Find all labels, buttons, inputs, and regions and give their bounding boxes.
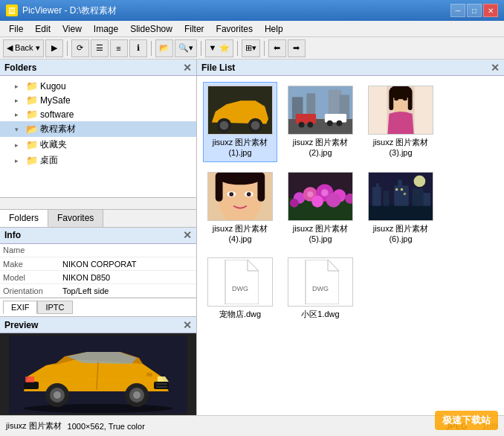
menu-bar: File Edit View Image SlideShow Filter Fa…	[0, 21, 504, 37]
menu-image[interactable]: Image	[88, 22, 124, 36]
file-item-2[interactable]: jisuxz 图片素材(2).jpg	[283, 82, 358, 162]
info-value-orientation: Top/Left side	[59, 284, 196, 298]
tab-favorites[interactable]: Favorites	[48, 210, 103, 227]
tree-item-mysafe[interactable]: ▸ 📁 MySafe	[0, 93, 196, 107]
svg-point-33	[337, 121, 343, 126]
file-list-close-button[interactable]: ✕	[491, 62, 500, 74]
file-item-6[interactable]: jisuxz 图片素材(6).jpg	[364, 168, 438, 249]
preview-image-area	[0, 333, 196, 415]
nav-next-button[interactable]: ➡	[288, 39, 306, 57]
svg-rect-74	[395, 188, 398, 190]
folder-icon: 📁	[26, 139, 38, 150]
file-item-8[interactable]: DWG 小区1.dwg	[283, 254, 358, 323]
refresh-button[interactable]: ⟳	[71, 39, 89, 57]
info-button[interactable]: ℹ	[129, 39, 147, 57]
watermark-badge: 极速下载站	[435, 411, 498, 430]
svg-rect-38	[389, 92, 393, 110]
preview-title: Preview	[4, 320, 38, 330]
menu-edit[interactable]: Edit	[29, 22, 56, 36]
menu-view[interactable]: View	[56, 22, 88, 36]
menu-filter[interactable]: Filter	[178, 22, 210, 36]
folders-close-button[interactable]: ✕	[183, 62, 192, 74]
info-header: Info ✕	[0, 228, 196, 244]
tree-item-kugou[interactable]: ▸ 📁 Kugou	[0, 79, 196, 93]
svg-rect-5	[24, 382, 39, 389]
forward-button[interactable]: ▶	[45, 39, 63, 57]
info-tab-exif[interactable]: EXIF	[3, 301, 37, 314]
info-label-model: Model	[0, 271, 59, 284]
info-tabs-row: EXIF IPTC	[0, 298, 196, 316]
panel-tabs: Folders Favorites	[0, 209, 196, 227]
file-name-1: jisuxz 图片素材(1).jpg	[213, 137, 268, 158]
toolbar-separator-1	[67, 41, 68, 56]
preview-close-button[interactable]: ✕	[183, 319, 192, 331]
info-close-button[interactable]: ✕	[183, 229, 192, 241]
main-layout: Folders ✕ ▸ 📁 Kugou ▸ 📁 MySafe ▸ 📁 softw…	[0, 60, 504, 415]
minimize-button[interactable]: ─	[450, 4, 465, 17]
svg-rect-12	[25, 376, 34, 382]
svg-rect-2	[154, 382, 169, 389]
svg-rect-68	[376, 183, 379, 189]
tab-folders[interactable]: Folders	[0, 210, 48, 227]
svg-rect-28	[296, 114, 316, 124]
tree-item-jiaocheng[interactable]: ▾ 📂 教程素材	[0, 121, 196, 137]
svg-rect-3	[156, 383, 167, 385]
menu-slideshow[interactable]: SlideShow	[124, 22, 178, 36]
back-button[interactable]: ◀ Back ▾	[3, 39, 44, 57]
info-table: Name Make NIKON CORPORAT Model NIKON D85…	[0, 244, 196, 298]
tree-item-favorites[interactable]: ▸ 📁 收藏夹	[0, 137, 196, 153]
folder-icon: 📁	[26, 94, 38, 106]
folders-title: Folders	[4, 62, 36, 73]
file-icon-8: DWG	[288, 257, 353, 307]
app-icon: 🖼	[6, 4, 18, 16]
folder-tree[interactable]: ▸ 📁 Kugou ▸ 📁 MySafe ▸ 📁 software ▾ 📂 教程…	[0, 76, 196, 197]
file-grid: jisuxz 图片素材(1).jpg	[197, 76, 504, 415]
file-name-5: jisuxz 图片素材(5).jpg	[293, 223, 349, 245]
folder-icon: 📁	[26, 80, 38, 92]
svg-rect-46	[257, 172, 265, 201]
title-bar: 🖼 PicViewer - D:\教程素材 ─ □ ✕	[0, 0, 504, 21]
window-title: PicViewer - D:\教程素材	[22, 4, 117, 17]
svg-point-65	[414, 175, 426, 187]
view-details-button[interactable]: ≡	[110, 39, 128, 57]
file-thumb-2	[288, 86, 353, 135]
svg-point-31	[307, 122, 313, 128]
svg-rect-66	[369, 205, 433, 220]
filter-button[interactable]: ▼ ⭐	[205, 39, 233, 57]
svg-point-50	[247, 192, 251, 196]
zoom-button[interactable]: 🔍▾	[175, 39, 197, 57]
info-row-name: Name	[0, 244, 196, 257]
open-button[interactable]: 📂	[155, 39, 173, 57]
svg-point-58	[290, 199, 299, 208]
menu-favorites[interactable]: Favorites	[210, 22, 259, 36]
svg-point-40	[394, 97, 398, 100]
menu-file[interactable]: File	[3, 22, 29, 36]
info-tab-iptc[interactable]: IPTC	[37, 301, 72, 314]
menu-help[interactable]: Help	[259, 22, 289, 36]
svg-point-1	[24, 404, 172, 413]
file-item-3[interactable]: jisuxz 图片素材(3).jpg	[364, 82, 438, 162]
toolbar: ◀ Back ▾ ▶ ⟳ ☰ ≡ ℹ 📂 🔍▾ ▼ ⭐ ⊞▾ ⬅ ➡	[0, 37, 504, 60]
file-thumb-3	[368, 86, 433, 135]
file-item-1[interactable]: jisuxz 图片素材(1).jpg	[203, 82, 277, 162]
file-thumb-5	[288, 172, 353, 221]
grid-view-button[interactable]: ⊞▾	[242, 39, 260, 57]
svg-text:DWG: DWG	[312, 285, 329, 292]
tree-label-software: software	[40, 109, 74, 120]
file-item-4[interactable]: jisuxz 图片素材(4).jpg	[203, 168, 277, 249]
file-icon-7: DWG	[207, 257, 273, 307]
status-filename: jisuxz 图片素材	[6, 420, 62, 432]
maximize-button[interactable]: □	[467, 4, 482, 17]
view-list-button[interactable]: ☰	[91, 39, 109, 57]
file-thumb-6	[368, 172, 433, 221]
horizontal-scrollbar[interactable]	[0, 197, 196, 209]
close-button[interactable]: ✕	[483, 4, 498, 17]
tree-label-desktop: 桌面	[40, 154, 58, 167]
nav-prev-button[interactable]: ⬅	[268, 39, 286, 57]
expand-icon: ▸	[15, 111, 24, 118]
file-item-7[interactable]: DWG 宠物店.dwg	[203, 254, 277, 323]
tree-item-desktop[interactable]: ▸ 📁 桌面	[0, 153, 196, 168]
svg-rect-73	[423, 193, 430, 206]
tree-item-software[interactable]: ▸ 📁 software	[0, 107, 196, 121]
file-item-5[interactable]: jisuxz 图片素材(5).jpg	[283, 168, 358, 249]
